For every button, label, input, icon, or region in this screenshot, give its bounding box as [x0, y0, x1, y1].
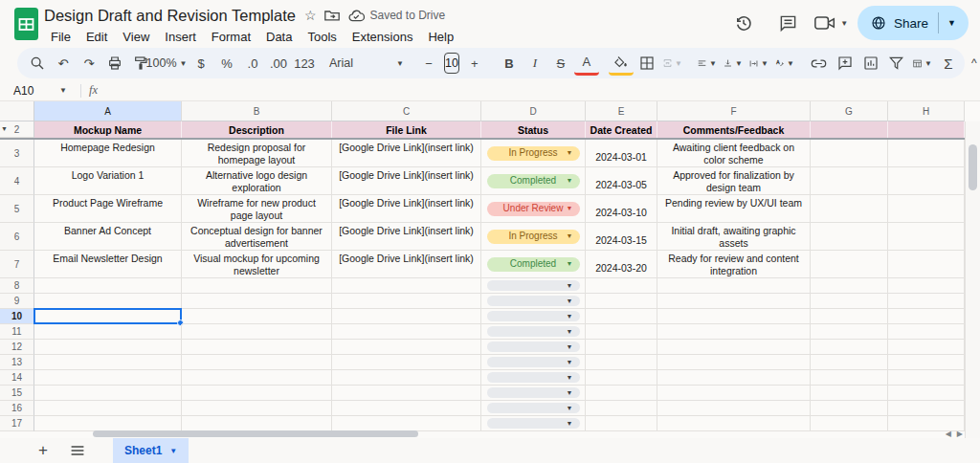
font-name-select[interactable]: Arial▼: [326, 51, 407, 76]
row-header-14[interactable]: 14: [0, 370, 34, 386]
share-button[interactable]: Share ▼: [858, 6, 969, 40]
cell-E9[interactable]: [586, 294, 657, 309]
status-chip[interactable]: In Progress▼: [487, 146, 580, 161]
row-header-16[interactable]: 16: [0, 401, 34, 416]
cell-A10[interactable]: [34, 309, 182, 324]
cell-G5[interactable]: [811, 195, 888, 223]
cell-G13[interactable]: [811, 355, 888, 370]
row-header-7[interactable]: 7: [0, 251, 34, 278]
cell-A12[interactable]: [34, 340, 182, 355]
cell-A11[interactable]: [34, 324, 182, 340]
chip-caret-icon[interactable]: ▼: [567, 177, 573, 186]
chip-caret-icon[interactable]: ▼: [567, 327, 573, 336]
cell-A17[interactable]: [34, 416, 182, 431]
cell-H8[interactable]: [888, 278, 965, 294]
cell-G6[interactable]: [811, 223, 888, 251]
cell-G17[interactable]: [811, 416, 888, 431]
camera-caret-icon[interactable]: ▼: [840, 19, 848, 28]
cell-G10[interactable]: [811, 309, 888, 324]
chip-caret-icon[interactable]: ▼: [567, 342, 573, 351]
menu-edit[interactable]: Edit: [79, 28, 114, 46]
cell-D14[interactable]: ▼: [481, 370, 586, 386]
cell-C6[interactable]: [Google Drive Link](insert link): [332, 223, 481, 251]
menu-data[interactable]: Data: [259, 28, 299, 46]
cell-G12[interactable]: [811, 340, 888, 355]
cell-C10[interactable]: [332, 309, 481, 324]
cell-G8[interactable]: [811, 278, 888, 294]
cell-D11[interactable]: ▼: [481, 324, 586, 340]
header-cell-H2[interactable]: [888, 121, 965, 138]
cell-E11[interactable]: [586, 324, 657, 340]
cell-D10[interactable]: ▼: [481, 309, 586, 324]
cell-B4[interactable]: Alternative logo design exploration: [182, 167, 332, 195]
scroll-right-icon[interactable]: ▶: [957, 430, 963, 438]
cell-B12[interactable]: [182, 340, 332, 355]
cell-C4[interactable]: [Google Drive Link](insert link): [332, 167, 481, 195]
cell-A6[interactable]: Banner Ad Concept: [34, 223, 182, 251]
cell-C12[interactable]: [332, 340, 481, 355]
chip-caret-icon[interactable]: ▼: [567, 388, 573, 397]
cell-H11[interactable]: [888, 324, 965, 340]
column-header-D[interactable]: D: [481, 101, 586, 121]
status-chip[interactable]: ▼: [487, 311, 580, 321]
cell-D4[interactable]: Completed▼: [481, 167, 586, 195]
scroll-left-icon[interactable]: ◀: [946, 430, 951, 438]
cell-C17[interactable]: [332, 416, 481, 431]
cell-B17[interactable]: [182, 416, 332, 431]
format-currency-icon[interactable]: $: [189, 51, 213, 76]
row-header-12[interactable]: 12: [0, 340, 34, 355]
cell-H10[interactable]: [888, 309, 965, 324]
sheets-logo-icon[interactable]: [13, 7, 39, 45]
hide-toolbar-icon[interactable]: ^: [962, 51, 980, 76]
cell-D8[interactable]: ▼: [481, 278, 586, 294]
cell-D16[interactable]: ▼: [481, 401, 586, 416]
cell-H5[interactable]: [888, 195, 965, 223]
share-caret-icon[interactable]: ▼: [939, 18, 965, 28]
status-chip[interactable]: Completed▼: [487, 174, 580, 188]
cell-E17[interactable]: [586, 416, 657, 431]
cell-C8[interactable]: [332, 278, 481, 294]
cell-E13[interactable]: [586, 355, 657, 370]
cell-A13[interactable]: [34, 355, 182, 370]
cell-F7[interactable]: Ready for review and content integration: [657, 251, 811, 278]
status-chip[interactable]: ▼: [487, 387, 580, 398]
header-cell-F2[interactable]: Comments/Feedback: [657, 121, 811, 138]
strikethrough-button[interactable]: S: [548, 51, 573, 76]
cell-C5[interactable]: [Google Drive Link](insert link): [332, 195, 481, 223]
cell-F16[interactable]: [657, 401, 811, 416]
insert-comment-icon[interactable]: [833, 51, 858, 76]
cell-H7[interactable]: [888, 251, 965, 278]
namebox-caret-icon[interactable]: ▼: [59, 86, 67, 95]
header-cell-G2[interactable]: [811, 121, 888, 138]
name-box[interactable]: A10 ▼: [0, 84, 73, 98]
move-folder-icon[interactable]: [324, 9, 340, 22]
cell-C15[interactable]: [332, 386, 481, 401]
cell-G9[interactable]: [811, 294, 888, 309]
status-chip[interactable]: ▼: [487, 372, 580, 383]
chip-caret-icon[interactable]: ▼: [567, 232, 573, 241]
row-header-17[interactable]: 17: [0, 416, 34, 431]
row-header-10[interactable]: 10: [0, 309, 34, 324]
cell-A3[interactable]: Homepage Redesign: [34, 140, 182, 167]
status-chip[interactable]: ▼: [487, 403, 580, 413]
cell-B6[interactable]: Conceptual design for banner advertiseme…: [182, 223, 332, 251]
menu-help[interactable]: Help: [421, 28, 460, 46]
saved-status[interactable]: Saved to Drive: [348, 9, 445, 22]
cell-F6[interactable]: Initial draft, awaiting graphic assets: [657, 223, 811, 251]
cell-D3[interactable]: In Progress▼: [481, 140, 586, 167]
undo-icon[interactable]: ↶: [51, 51, 76, 76]
cell-D7[interactable]: Completed▼: [481, 251, 586, 278]
document-title[interactable]: Design Draft and Revision Template: [44, 7, 296, 25]
cell-A16[interactable]: [34, 401, 182, 416]
cell-B5[interactable]: Wireframe for new product page layout: [182, 195, 332, 223]
menu-format[interactable]: Format: [205, 28, 257, 46]
chip-caret-icon[interactable]: ▼: [567, 149, 573, 158]
row-header-15[interactable]: 15: [0, 386, 34, 401]
text-color-button[interactable]: A: [574, 51, 599, 76]
column-header-B[interactable]: B: [182, 101, 332, 121]
cell-G16[interactable]: [811, 401, 888, 416]
decrease-decimal-icon[interactable]: .0: [240, 51, 265, 76]
all-sheets-icon[interactable]: [63, 439, 92, 462]
status-chip[interactable]: ▼: [487, 357, 580, 367]
chip-caret-icon[interactable]: ▼: [567, 404, 573, 412]
